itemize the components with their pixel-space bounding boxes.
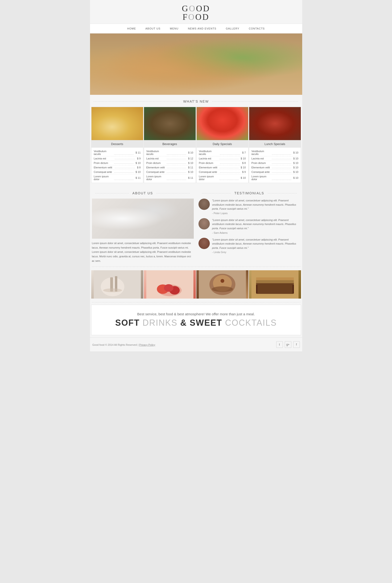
beverages-menu: Vestibulum iaculis$ 10 Lacinia est$ 12 P… xyxy=(144,148,196,183)
whats-new-grid: Desserts Vestibulum iaculis$ 11 Lacinia … xyxy=(91,107,301,183)
svg-rect-20 xyxy=(292,285,294,293)
list-item: Vestibulum iaculis$ 10 xyxy=(146,149,193,156)
testimonial-1: "Lorem ipsum dolor sit amet, consectetue… xyxy=(198,199,300,215)
gallery-item-2 xyxy=(144,270,196,299)
nav-about[interactable]: ABOUT US xyxy=(141,24,165,33)
main-nav: HOME ABOUT US MENU NEWS AND EVENTS GALLE… xyxy=(90,24,302,34)
list-item: Elementum velit$ 8 xyxy=(94,165,141,170)
lunch-menu: Vestibulum iaculis$ 10 Lacinia est$ 10 P… xyxy=(249,148,301,183)
promo-title-and: & SWEET xyxy=(178,318,225,328)
beverages-title: Beverages xyxy=(144,140,196,148)
nav-news[interactable]: NEWS AND EVENTS xyxy=(183,24,221,33)
avatar-linda xyxy=(198,238,210,249)
list-item: Elementum velit$ 10 xyxy=(199,165,246,170)
promo-subtitle: Best service, best food & best atmospher… xyxy=(96,312,296,316)
lunch-title: Lunch Specials xyxy=(249,140,301,148)
desserts-image xyxy=(92,107,143,140)
beverages-image xyxy=(144,107,196,140)
food-card-beverages: Beverages Vestibulum iaculis$ 10 Lacinia… xyxy=(144,107,196,183)
list-item: Consequat ante$ 9 xyxy=(199,170,246,174)
about-image xyxy=(92,199,194,239)
promo-title: SOFT DRINKS & SWEET COCKTAILS xyxy=(96,318,296,328)
testimonial-content-2: "Lorem ipsum dolor sit amet, consectetue… xyxy=(212,218,300,234)
googleplus-icon[interactable]: g+ xyxy=(285,341,291,348)
list-item: Lacinia est$ 10 xyxy=(199,156,246,161)
desserts-menu: Vestibulum iaculis$ 11 Lacinia est$ 9 Pr… xyxy=(92,148,143,183)
list-item: Proin dictum$ 8 xyxy=(199,161,246,165)
whats-new-title: WHAT'S NEW xyxy=(90,100,302,103)
list-item: Elementum velit$ 11 xyxy=(146,165,193,170)
site-footer: Good food © 2014 All Rights Reserved | P… xyxy=(90,337,302,351)
svg-point-4 xyxy=(103,288,122,292)
list-item: Lorem ipsum dolor$ 11 xyxy=(94,174,141,181)
testimonial-3: "Lorem ipsum dolor sit amet, consectetue… xyxy=(198,238,300,254)
list-item: Lacinia est$ 10 xyxy=(252,156,298,161)
list-item: Lacinia est$ 12 xyxy=(146,156,193,161)
svg-rect-19 xyxy=(256,285,257,293)
svg-rect-16 xyxy=(256,282,294,294)
svg-rect-17 xyxy=(256,280,294,283)
facebook-icon[interactable]: f xyxy=(293,341,300,348)
promo-title-soft: SOFT xyxy=(115,318,142,328)
footer-copy-area: Good food © 2014 All Rights Reserved | P… xyxy=(92,343,155,346)
about-title: ABOUT US xyxy=(92,191,194,195)
list-item: Consequat ante$ 10 xyxy=(146,170,193,174)
svg-rect-18 xyxy=(256,277,294,280)
testimonials-title: TESTIMONIALS xyxy=(198,191,300,195)
nav-menu[interactable]: MENU xyxy=(165,24,183,33)
testimonial-content-3: "Lorem ipsum dolor sit amet, consectetue… xyxy=(212,238,300,254)
nav-contacts[interactable]: CONTACTS xyxy=(244,24,270,33)
nav-gallery[interactable]: GALLERY xyxy=(221,24,244,33)
list-item: Vestibulum iaculis$ 7 xyxy=(199,149,246,156)
list-item: Lacinia est$ 9 xyxy=(94,156,141,161)
gallery-item-3 xyxy=(196,270,248,299)
svg-point-9 xyxy=(164,284,173,292)
food-card-lunch: Lunch Specials Vestibulum iaculis$ 10 La… xyxy=(249,107,301,183)
nav-home[interactable]: HOME xyxy=(122,24,141,33)
list-item: Proin dictum$ 10 xyxy=(252,161,298,165)
daily-menu: Vestibulum iaculis$ 7 Lacinia est$ 10 Pr… xyxy=(196,148,248,183)
about-text: Lorem ipsum dolor sit amet, consectetuer… xyxy=(92,241,194,263)
lunch-image xyxy=(249,107,301,140)
list-item: Consequat ante$ 10 xyxy=(94,170,141,174)
svg-point-14 xyxy=(212,286,233,292)
daily-image xyxy=(196,107,248,140)
hero-visual xyxy=(90,34,302,95)
svg-point-13 xyxy=(220,279,224,283)
hero-image xyxy=(90,34,302,95)
list-item: Consequat ante$ 10 xyxy=(252,170,298,174)
list-item: Vestibulum iaculis$ 10 xyxy=(252,149,298,156)
avatar-peter xyxy=(198,199,210,210)
list-item: Proin dictum$ 10 xyxy=(146,161,193,165)
testimonial-2: "Lorem ipsum dolor sit amet, consectetue… xyxy=(198,218,300,234)
promo-banner: Best service, best food & best atmospher… xyxy=(91,305,301,335)
testimonial-content-1: "Lorem ipsum dolor sit amet, consectetue… xyxy=(212,199,300,215)
site-header: GOODFOOD xyxy=(90,0,302,24)
footer-privacy-link[interactable]: Privacy Policy xyxy=(139,343,155,346)
list-item: Proin dictum$ 10 xyxy=(94,161,141,165)
list-item: Lorem ipsum dolor$ 10 xyxy=(199,174,246,181)
promo-title-cocktails: COCKTAILS xyxy=(225,318,277,328)
list-item: Lorem ipsum dolor$ 10 xyxy=(252,174,298,181)
list-item: Vestibulum iaculis$ 11 xyxy=(94,149,141,156)
avatar-sam xyxy=(198,218,210,230)
list-item: Elementum velit$ 10 xyxy=(252,165,298,170)
about-section: ABOUT US Lorem ipsum dolor sit amet, con… xyxy=(92,187,194,263)
daily-title: Daily Specials xyxy=(196,140,248,148)
site-logo: GOODFOOD xyxy=(90,4,302,21)
footer-social: t g+ f xyxy=(276,341,300,348)
footer-copyright: Good food © 2014 All Rights Reserved xyxy=(92,343,137,346)
testimonials-section: TESTIMONIALS "Lorem ipsum dolor sit amet… xyxy=(198,187,300,263)
gallery-item-4 xyxy=(249,270,301,299)
food-card-daily: Daily Specials Vestibulum iaculis$ 7 Lac… xyxy=(196,107,248,183)
gallery-strip xyxy=(91,270,301,299)
list-item: Lorem ipsum dolor$ 11 xyxy=(146,174,193,181)
food-card-desserts: Desserts Vestibulum iaculis$ 11 Lacinia … xyxy=(91,107,143,183)
promo-title-drinks: DRINKS xyxy=(142,318,178,328)
gallery-item-1 xyxy=(91,270,143,299)
desserts-title: Desserts xyxy=(92,140,143,148)
twitter-icon[interactable]: t xyxy=(276,341,283,348)
